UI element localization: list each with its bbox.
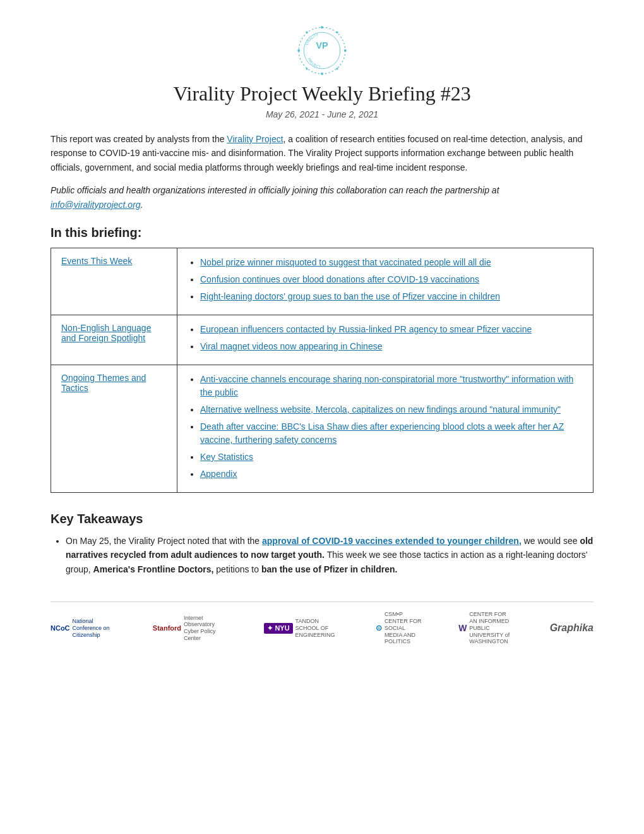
key-takeaways-heading: Key Takeaways bbox=[51, 512, 593, 526]
svg-point-11 bbox=[306, 68, 307, 70]
covid-vaccine-approval-link[interactable]: approval of COVID-19 vaccines extended t… bbox=[262, 536, 522, 546]
svg-point-0 bbox=[299, 27, 345, 74]
list-item: Confusion continues over blood donations… bbox=[200, 273, 583, 286]
virality-project-link[interactable]: Virality Project bbox=[227, 134, 283, 144]
table-cell-ongoing-label: Ongoing Themes and Tactics bbox=[51, 365, 177, 492]
table-row-ongoing: Ongoing Themes and Tactics Anti-vaccine … bbox=[51, 365, 593, 492]
graphika-icon: Graphika bbox=[550, 622, 593, 634]
cip-label: CENTER FOR AN INFORMED PUBLIC UNIVERSITY… bbox=[469, 611, 513, 645]
list-item: Viral magnet videos now appearing in Chi… bbox=[200, 340, 583, 353]
list-item: On May 25, the Virality Project noted th… bbox=[66, 534, 593, 576]
takeaway-1-prefix: On May 25, the Virality Project noted th… bbox=[66, 536, 262, 546]
takeaway-1-mid: we would see bbox=[522, 536, 580, 546]
svg-point-5 bbox=[321, 26, 323, 28]
cip-icon: W bbox=[458, 623, 467, 633]
table-row-nonenglish: Non-English Language and Foreign Spotlig… bbox=[51, 315, 593, 365]
italic-text-before: Public officials and health organization… bbox=[51, 185, 499, 195]
ongoing-link-4[interactable]: Key Statistics bbox=[200, 452, 253, 462]
takeaway-1-bold2: America's Frontline Doctors, bbox=[93, 564, 214, 574]
footer-logo-cip: W CENTER FOR AN INFORMED PUBLIC UNIVERSI… bbox=[458, 611, 513, 645]
table-cell-events-label: Events This Week bbox=[51, 248, 177, 315]
events-list: Nobel prize winner misquoted to suggest … bbox=[188, 256, 583, 303]
nyu-label: TANDON SCHOOL OF ENGINEERING bbox=[295, 618, 340, 638]
briefing-table: Events This Week Nobel prize winner misq… bbox=[51, 248, 593, 493]
ongoing-themes-link[interactable]: Ongoing Themes and Tactics bbox=[61, 373, 146, 393]
table-cell-ongoing-items: Anti-vaccine channels encourage sharing … bbox=[177, 365, 593, 492]
table-cell-nonenglish-label: Non-English Language and Foreign Spotlig… bbox=[51, 315, 177, 365]
intro-text-before: This report was created by analysts from… bbox=[51, 134, 227, 144]
takeaway-1-end: petitions to bbox=[213, 564, 261, 574]
logo-container: VP VIRALITY PROJECT bbox=[51, 25, 593, 76]
list-item: Appendix bbox=[200, 468, 583, 481]
list-item: Death after vaccine: BBC's Lisa Shaw die… bbox=[200, 420, 583, 447]
svg-point-6 bbox=[321, 73, 323, 75]
italic-text-period: . bbox=[141, 200, 143, 210]
ongoing-list: Anti-vaccine channels encourage sharing … bbox=[188, 373, 583, 481]
ncoc-icon: NCoC bbox=[51, 624, 70, 632]
ncoc-label: National Conference on Citizenship bbox=[73, 618, 117, 638]
list-item: European influencers contacted by Russia… bbox=[200, 323, 583, 336]
footer-logo-csmp: ⊙ CSM•P CENTER FOR SOCIAL MEDIA AND POLI… bbox=[376, 611, 422, 645]
list-item: Right-leaning doctors' group sues to ban… bbox=[200, 290, 583, 303]
event-link-2[interactable]: Confusion continues over blood donations… bbox=[200, 274, 479, 284]
footer-logo-ncoc: NCoC National Conference on Citizenship bbox=[51, 618, 117, 638]
takeaway-1-bold3: ban the use of Pfizer in children. bbox=[261, 564, 397, 574]
footer-logo-graphika: Graphika bbox=[550, 622, 593, 634]
vp-logo: VP VIRALITY PROJECT bbox=[297, 25, 347, 76]
csmp-icon: ⊙ bbox=[376, 624, 382, 632]
nonenglish-list: European influencers contacted by Russia… bbox=[188, 323, 583, 353]
svg-point-10 bbox=[336, 32, 338, 33]
ongoing-link-2[interactable]: Alternative wellness website, Mercola, c… bbox=[200, 404, 561, 414]
key-takeaways-section: Key Takeaways On May 25, the Virality Pr… bbox=[51, 512, 593, 576]
stanford-icon: Stanford bbox=[153, 624, 181, 632]
list-item: Nobel prize winner misquoted to suggest … bbox=[200, 256, 583, 269]
nonenglish-link-1[interactable]: European influencers contacted by Russia… bbox=[200, 324, 532, 334]
table-cell-events-items: Nobel prize winner misquoted to suggest … bbox=[177, 248, 593, 315]
list-item: Key Statistics bbox=[200, 450, 583, 464]
csmp-label: CSM•P CENTER FOR SOCIAL MEDIA AND POLITI… bbox=[385, 611, 422, 645]
list-item: Alternative wellness website, Mercola, c… bbox=[200, 403, 583, 416]
ongoing-link-3[interactable]: Death after vaccine: BBC's Lisa Shaw die… bbox=[200, 421, 564, 445]
table-row-events: Events This Week Nobel prize winner misq… bbox=[51, 248, 593, 315]
date-subtitle: May 26, 2021 - June 2, 2021 bbox=[51, 109, 593, 119]
svg-point-9 bbox=[306, 32, 307, 33]
briefing-section-heading: In this briefing: bbox=[51, 226, 593, 240]
ongoing-link-1[interactable]: Anti-vaccine channels encourage sharing … bbox=[200, 374, 573, 397]
nonenglish-link-2[interactable]: Viral magnet videos now appearing in Chi… bbox=[200, 341, 382, 351]
svg-point-7 bbox=[297, 49, 300, 52]
table-cell-nonenglish-items: European influencers contacted by Russia… bbox=[177, 315, 593, 365]
main-title: Virality Project Weekly Briefing #23 bbox=[51, 82, 593, 106]
nyu-icon: ✦ NYU bbox=[264, 623, 292, 634]
page-header: VP VIRALITY PROJECT Virality Project Wee… bbox=[51, 25, 593, 119]
key-takeaways-list: On May 25, the Virality Project noted th… bbox=[51, 534, 593, 576]
non-english-link[interactable]: Non-English Language and Foreign Spotlig… bbox=[61, 323, 151, 343]
italic-paragraph: Public officials and health organization… bbox=[51, 183, 593, 212]
email-link[interactable]: info@viralityproject.org bbox=[51, 200, 141, 210]
ongoing-link-5[interactable]: Appendix bbox=[200, 469, 237, 479]
svg-point-8 bbox=[344, 49, 347, 52]
svg-text:VP: VP bbox=[316, 40, 328, 51]
event-link-1[interactable]: Nobel prize winner misquoted to suggest … bbox=[200, 257, 491, 267]
footer-logo-nyu: ✦ NYU TANDON SCHOOL OF ENGINEERING bbox=[264, 618, 339, 638]
footer-logos: NCoC National Conference on Citizenship … bbox=[51, 601, 593, 645]
footer-logo-stanford: Stanford Internet Observatory Cyber Poli… bbox=[153, 615, 228, 642]
stanford-label: Internet Observatory Cyber Policy Center bbox=[184, 615, 228, 642]
svg-point-12 bbox=[336, 68, 338, 70]
list-item: Anti-vaccine channels encourage sharing … bbox=[200, 373, 583, 399]
events-this-week-link[interactable]: Events This Week bbox=[61, 256, 132, 266]
event-link-3[interactable]: Right-leaning doctors' group sues to ban… bbox=[200, 291, 500, 301]
intro-paragraph: This report was created by analysts from… bbox=[51, 132, 593, 174]
